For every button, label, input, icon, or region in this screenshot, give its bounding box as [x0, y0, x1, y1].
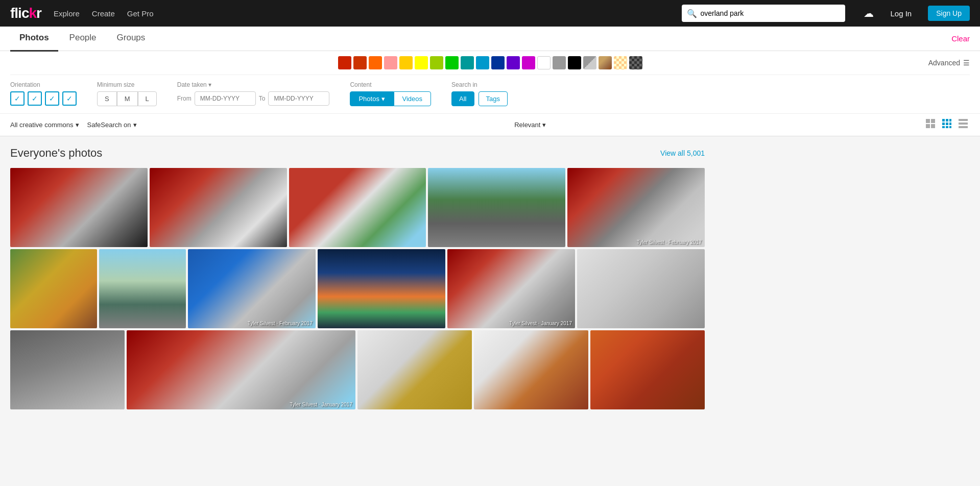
orientation-label: Orientation	[10, 81, 77, 88]
photo-item[interactable]	[150, 168, 287, 247]
orientation-filter: Orientation ✓ ✓ ✓ ✓	[10, 81, 77, 106]
photo-item[interactable]	[10, 249, 97, 328]
search-in-tags[interactable]: Tags	[479, 91, 508, 106]
photo-item[interactable]: Tyler Silvest · February 2017	[567, 168, 705, 247]
orient-portrait[interactable]: ✓	[28, 91, 42, 106]
tab-photos[interactable]: Photos	[10, 26, 58, 52]
content-photos[interactable]: Photos ▾	[350, 91, 393, 106]
swatch-red[interactable]	[338, 56, 351, 69]
photo-row-1: Tyler Silvest · February 2017	[10, 168, 705, 247]
tab-groups[interactable]: Groups	[108, 26, 155, 52]
swatch-yellow-orange[interactable]	[399, 56, 413, 69]
content-videos[interactable]: Videos	[394, 91, 432, 106]
svg-rect-5	[946, 119, 948, 121]
tab-people[interactable]: People	[60, 26, 106, 52]
orient-landscape[interactable]: ✓	[10, 91, 25, 106]
search-input[interactable]	[700, 9, 840, 17]
photo-item[interactable]	[577, 249, 705, 328]
swatch-gray-multi[interactable]	[583, 56, 596, 69]
swatch-gray[interactable]	[553, 56, 566, 69]
swatch-green[interactable]	[445, 56, 459, 69]
orientation-checks: ✓ ✓ ✓ ✓	[10, 91, 77, 106]
search-bar: 🔍	[682, 5, 845, 22]
photo-item[interactable]: Tyler Silvest · January 2017	[127, 330, 355, 409]
photo-item[interactable]	[590, 330, 705, 409]
view-grid-small[interactable]	[924, 118, 937, 132]
swatch-black[interactable]	[568, 56, 581, 69]
header: flickr Explore Create Get Pro 🔍 ☁ Log In…	[0, 0, 980, 27]
swatch-earth[interactable]	[599, 56, 612, 69]
size-l[interactable]: L	[138, 91, 157, 106]
from-label: From	[177, 95, 192, 102]
content-label: Content	[350, 81, 431, 88]
advanced-filters: Orientation ✓ ✓ ✓ ✓ Minimum size S M L D…	[10, 75, 970, 113]
photo-item[interactable]	[289, 168, 426, 247]
view-all-link[interactable]: View all 5,001	[660, 149, 705, 157]
content-buttons: Photos ▾ Videos	[350, 91, 431, 106]
svg-rect-0	[926, 119, 930, 123]
svg-rect-12	[949, 126, 951, 128]
date-group: From To	[177, 91, 330, 106]
photo-item[interactable]: Tyler Silvest · February 2017	[188, 249, 316, 328]
search-icon: 🔍	[687, 9, 697, 18]
swatch-purple[interactable]	[507, 56, 520, 69]
photo-item[interactable]	[318, 249, 445, 328]
svg-rect-15	[959, 126, 968, 128]
svg-rect-4	[942, 119, 945, 121]
swatch-checkered[interactable]	[614, 56, 627, 69]
swatch-checkered-dark[interactable]	[629, 56, 642, 69]
orient-panorama[interactable]: ✓	[62, 91, 77, 106]
secondary-filters-bar: All creative commons ▾ SafeSearch on ▾ R…	[0, 114, 980, 136]
svg-rect-1	[931, 119, 935, 123]
swatch-cyan[interactable]	[476, 56, 489, 69]
swatch-pink[interactable]	[384, 56, 397, 69]
nav-create[interactable]: Create	[92, 9, 115, 18]
photo-item[interactable]: Tyler Silvest · January 2017	[447, 249, 575, 328]
content-filter: Content Photos ▾ Videos	[350, 81, 431, 106]
safesearch-dropdown[interactable]: SafeSearch on ▾	[87, 121, 137, 129]
svg-rect-11	[946, 126, 948, 128]
signup-button[interactable]: Sign Up	[928, 6, 970, 21]
advanced-button[interactable]: Advanced ☰	[928, 59, 970, 67]
photo-caption: Tyler Silvest · January 2017	[509, 321, 572, 326]
photo-item[interactable]	[10, 168, 148, 247]
sort-relevant-button[interactable]: Relevant ▾	[514, 121, 546, 129]
filters-container: Advanced ☰ Orientation ✓ ✓ ✓ ✓ Minimum s…	[0, 51, 980, 114]
photo-item[interactable]	[357, 330, 472, 409]
nav-getpro[interactable]: Get Pro	[127, 9, 154, 18]
swatch-teal[interactable]	[461, 56, 474, 69]
photo-item[interactable]	[428, 168, 565, 247]
date-from-input[interactable]	[195, 91, 256, 106]
photo-item[interactable]	[10, 330, 125, 409]
orient-square[interactable]: ✓	[45, 91, 59, 106]
minimum-size-filter: Minimum size S M L	[97, 81, 157, 106]
upload-button[interactable]: ☁	[864, 7, 874, 19]
size-m[interactable]: M	[117, 91, 138, 106]
swatch-magenta[interactable]	[522, 56, 535, 69]
min-size-label: Minimum size	[97, 81, 157, 88]
swatch-dark-orange[interactable]	[353, 56, 367, 69]
advanced-section: Advanced ☰	[928, 59, 970, 67]
photo-item[interactable]	[474, 330, 588, 409]
chevron-down-icon: ▾	[76, 121, 79, 129]
login-button[interactable]: Log In	[890, 9, 912, 18]
swatch-white[interactable]	[537, 56, 551, 69]
to-label: To	[259, 95, 266, 102]
main-content: Everyone's photos View all 5,001	[0, 136, 715, 420]
view-grid-medium[interactable]	[940, 118, 953, 132]
swatch-orange[interactable]	[369, 56, 382, 69]
search-in-all[interactable]: All	[451, 91, 474, 106]
view-list[interactable]	[957, 118, 970, 132]
swatch-yellow-green[interactable]	[430, 56, 443, 69]
clear-button[interactable]: Clear	[951, 34, 970, 43]
size-s[interactable]: S	[97, 91, 117, 106]
advanced-label: Advanced	[928, 59, 960, 67]
creative-commons-dropdown[interactable]: All creative commons ▾	[10, 121, 79, 129]
nav-explore[interactable]: Explore	[54, 9, 80, 18]
menu-icon: ☰	[963, 59, 970, 67]
date-to-input[interactable]	[268, 91, 329, 106]
swatch-blue[interactable]	[491, 56, 505, 69]
swatch-yellow[interactable]	[415, 56, 428, 69]
photo-item[interactable]	[99, 249, 186, 328]
svg-rect-2	[926, 124, 930, 128]
